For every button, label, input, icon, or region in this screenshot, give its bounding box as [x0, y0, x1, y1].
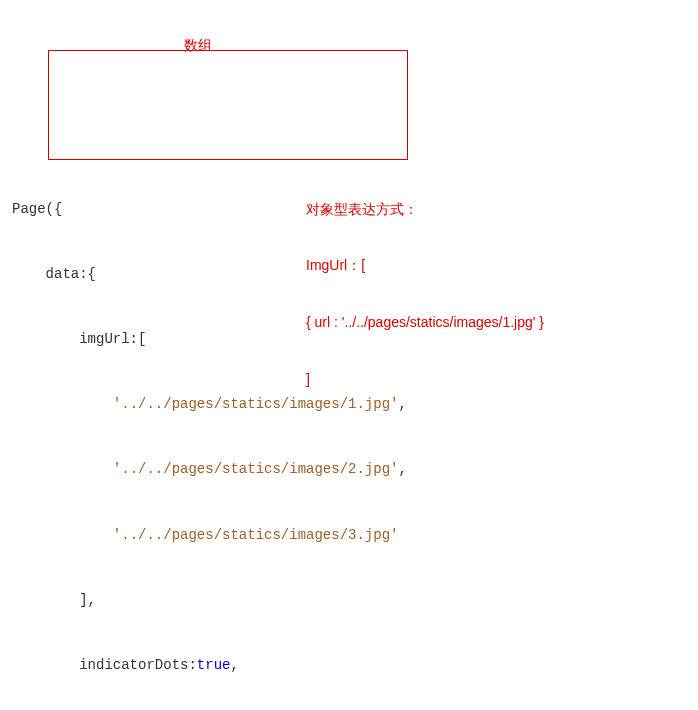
code-line: indicatorDots:true, — [12, 655, 698, 677]
array-annotation-box — [48, 50, 408, 160]
object-form-title: 对象型表达方式： — [306, 200, 544, 219]
object-form-annotation: 对象型表达方式： ImgUrl：[ { url : '../../pages/s… — [306, 162, 544, 426]
object-form-line2: { url : '../../pages/statics/images/1.jp… — [306, 313, 544, 332]
code-line: '../../pages/statics/images/3.jpg' — [12, 525, 698, 547]
code-line: '../../pages/statics/images/2.jpg', — [12, 459, 698, 481]
array-label-annotation: 数组 — [184, 35, 212, 57]
code-editor[interactable]: 数组 对象型表达方式： ImgUrl：[ { url : '../../page… — [0, 0, 698, 710]
object-form-line1: ImgUrl：[ — [306, 256, 544, 275]
code-line: ], — [12, 590, 698, 612]
object-form-line3: ] — [306, 370, 544, 389]
